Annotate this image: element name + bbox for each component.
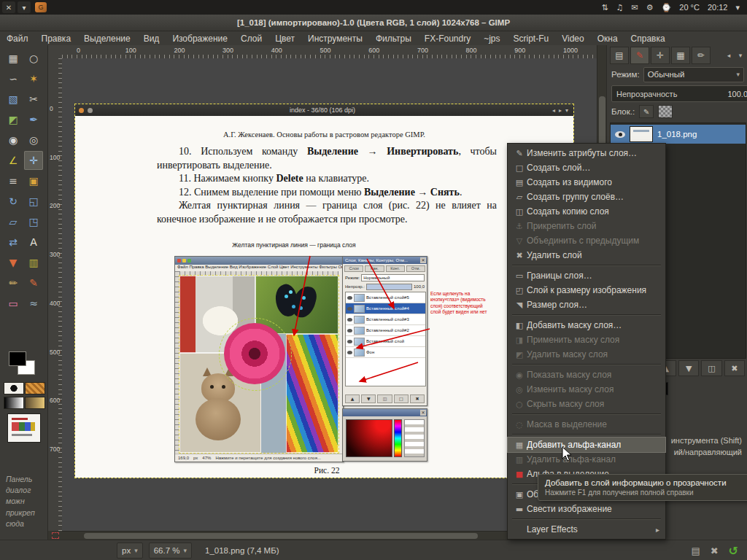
context-menu-item[interactable]: ◰ Слой к размеру изображения xyxy=(508,283,665,298)
pencil-tool[interactable]: ✏ xyxy=(4,273,23,292)
window-titlebar[interactable]: [1_018] (импортировано)-1.0 (Цвета RGB, … xyxy=(0,15,747,31)
gradient-preview[interactable] xyxy=(4,397,24,409)
context-menu-item[interactable]: ◎ Изменить маску слоя xyxy=(508,382,665,397)
layer-visibility-eye-icon[interactable] xyxy=(615,131,625,138)
measure-tool[interactable]: ∠ xyxy=(4,151,23,170)
menu-item-Окна[interactable]: Окна xyxy=(591,33,624,44)
color-picker-tool[interactable]: ◉ xyxy=(4,131,23,149)
foreground-select-tool[interactable]: ◩ xyxy=(4,110,23,129)
context-menu-item[interactable]: □ Создать слой… xyxy=(508,160,665,175)
menu-item-Инструменты[interactable]: Инструменты xyxy=(301,33,369,44)
image-thumbnail[interactable] xyxy=(7,413,41,443)
pattern-preview[interactable] xyxy=(25,382,45,394)
paintbrush-tool[interactable]: ✎ xyxy=(24,273,43,292)
menu-item-Вид[interactable]: Вид xyxy=(137,33,166,44)
brush-preview[interactable] xyxy=(4,382,24,394)
context-menu-item[interactable]: ◨ Применить маску слоя xyxy=(508,332,665,347)
text-tool[interactable]: A xyxy=(24,233,43,252)
window-restore-button[interactable]: ▾ xyxy=(18,1,31,13)
menu-item-Фильтры[interactable]: Фильтры xyxy=(369,33,418,44)
network-icon[interactable]: ⇅ xyxy=(601,3,608,12)
flip-tool[interactable]: ⇄ xyxy=(4,233,23,252)
scissors-select-tool[interactable]: ✂ xyxy=(24,90,43,109)
dock-menu-icon[interactable]: ▾ xyxy=(735,50,746,61)
free-select-tool[interactable]: ∽ xyxy=(4,69,23,88)
layer-row[interactable]: 1_018.png xyxy=(611,125,746,144)
align-tool[interactable]: ≡ xyxy=(4,171,23,190)
perspective-tool[interactable]: ◳ xyxy=(24,212,43,231)
context-menu-item[interactable]: ○ Скрыть маску слоя xyxy=(508,397,665,411)
context-menu-item[interactable]: ▽ Объединить с предыдущим xyxy=(508,233,665,248)
rect-select-tool[interactable]: ▦ xyxy=(4,49,23,68)
context-menu-item[interactable]: ◩ Удалить маску слоя xyxy=(508,347,665,362)
layer-action-button[interactable]: ✖ xyxy=(724,360,745,376)
crop-tool[interactable]: ▣ xyxy=(24,171,43,190)
image-layer[interactable]: index - 36/80 (106 dpi) ◂ ▸ ▾ А.Г. Жексе… xyxy=(75,104,573,478)
zoom-tool[interactable]: ◎ xyxy=(24,131,43,149)
paths-tool[interactable]: ✒ xyxy=(24,110,43,129)
layer-name[interactable]: 1_018.png xyxy=(657,130,697,139)
delete-icon[interactable]: ✖ xyxy=(711,545,719,556)
context-menu-item[interactable]: ⚓ Прикрепить слой xyxy=(508,219,665,233)
menu-item-Script-Fu[interactable]: Script-Fu xyxy=(507,33,556,44)
context-menu-item[interactable]: ▦ Добавить альфа-канал xyxy=(508,438,665,452)
menu-item-Цвет[interactable]: Цвет xyxy=(268,33,301,44)
settings-icon[interactable]: ⚙ xyxy=(646,3,654,12)
menu-item-~jps[interactable]: ~jps xyxy=(477,33,506,44)
window-close-button[interactable]: ✕ xyxy=(2,1,15,13)
lock-alpha-button[interactable] xyxy=(658,105,673,118)
scale-tool[interactable]: ◱ xyxy=(24,192,43,211)
context-menu-item[interactable]: ◌ Маска в выделение xyxy=(508,417,665,432)
fg-bg-colors[interactable] xyxy=(9,351,38,376)
mail-icon[interactable]: ✉ xyxy=(631,3,638,12)
clock[interactable]: 20:12 xyxy=(708,3,728,12)
menu-item-Файл[interactable]: Файл xyxy=(0,33,35,44)
vertical-ruler[interactable]: 0100200300400500600700 xyxy=(48,58,63,531)
menu-item-Правка[interactable]: Правка xyxy=(35,33,78,44)
foreground-color-swatch[interactable] xyxy=(9,351,26,366)
horizontal-ruler[interactable]: 01002003004005006007008009001000 xyxy=(62,45,597,59)
gimp-app-icon[interactable]: G xyxy=(35,2,47,12)
context-menu-item[interactable]: ◥ Размер слоя… xyxy=(508,298,665,312)
image-icon[interactable]: ▤ xyxy=(691,545,700,556)
shear-tool[interactable]: ▱ xyxy=(4,212,23,231)
layer-action-button[interactable]: ◫ xyxy=(701,360,721,376)
tab-brush-icon[interactable]: ✎ xyxy=(630,47,649,64)
context-menu-item[interactable]: ◫ Создать копию слоя xyxy=(508,204,665,219)
tab-grid-icon[interactable]: ▦ xyxy=(671,47,690,64)
dock-left-arrow-icon[interactable]: ◂ xyxy=(724,50,734,61)
layer-mode-select[interactable]: Обычный▾ xyxy=(643,67,744,82)
tab-document-icon[interactable]: ▤ xyxy=(610,47,629,64)
fuzzy-select-tool[interactable]: ✶ xyxy=(24,69,43,88)
menu-item-Изображение[interactable]: Изображение xyxy=(166,33,234,44)
select-by-color-tool[interactable]: ▧ xyxy=(4,90,23,109)
tab-pencil-icon[interactable]: ✏ xyxy=(692,47,711,64)
ruler-corner[interactable] xyxy=(48,45,63,59)
refresh-swirl-icon[interactable]: ↺ xyxy=(729,544,738,558)
context-menu-item[interactable]: ▱ Создать группу слоёв… xyxy=(508,190,665,204)
menu-item-FX-Foundry[interactable]: FX-Foundry xyxy=(418,33,477,44)
lock-pixels-button[interactable]: ✎ xyxy=(639,105,654,118)
menu-item-Справка[interactable]: Справка xyxy=(624,33,672,44)
context-menu-item[interactable]: ✖ Удалить слой xyxy=(508,248,665,262)
tab-tools-icon[interactable]: ✛ xyxy=(651,47,670,64)
chevron-down-icon[interactable]: ▾ xyxy=(735,3,740,12)
rotate-tool[interactable]: ↻ xyxy=(4,192,23,211)
context-menu-item[interactable]: ✎ Изменить атрибуты слоя… xyxy=(508,146,665,160)
menu-item-Слой[interactable]: Слой xyxy=(234,33,268,44)
menu-item-Video[interactable]: Video xyxy=(555,33,590,44)
session-icon[interactable]: ⌚ xyxy=(662,3,672,12)
context-menu-item[interactable]: ▤ Создать из видимого xyxy=(508,175,665,190)
bucket-fill-tool[interactable]: ▼ xyxy=(4,253,23,272)
volume-icon[interactable]: ♫ xyxy=(616,3,624,12)
ellipse-select-tool[interactable]: ○ xyxy=(24,49,43,68)
layer-thumbnail[interactable] xyxy=(630,126,653,142)
context-menu-item[interactable]: ▥ Удалить альфа-канал xyxy=(508,452,665,467)
eraser-tool[interactable]: ▭ xyxy=(4,294,23,313)
context-menu-item[interactable]: ▬ Свести изображение xyxy=(508,502,665,516)
gradient-tool[interactable]: ▥ xyxy=(24,253,43,272)
menu-item-Выделение[interactable]: Выделение xyxy=(77,33,137,44)
zoom-select[interactable]: 66.7 %▾ xyxy=(149,542,192,559)
context-menu-item[interactable]: ▭ Границы слоя… xyxy=(508,268,665,283)
gradient-preview-2[interactable] xyxy=(25,397,45,409)
